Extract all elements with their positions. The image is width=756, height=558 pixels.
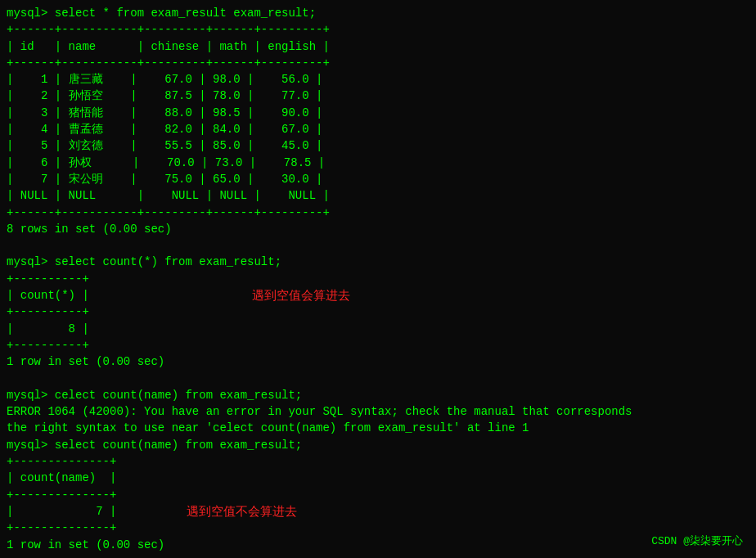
blank-1	[7, 237, 749, 254]
table-row-5: | 5 | 刘玄德 | 55.5 | 85.0 | 45.0 |	[7, 137, 749, 154]
table-border-bottom: +------+-----------+---------+------+---…	[7, 205, 749, 221]
annotation-1: 遇到空值会算进去	[252, 288, 350, 304]
query-3-error-line: mysql> celect count(name) from exam_resu…	[7, 387, 749, 403]
table-border-top: +------+-----------+---------+------+---…	[7, 21, 749, 38]
count-name-section: +--------------+ | count(name) | +------…	[7, 453, 749, 536]
watermark: CSDN @柒柒要开心	[651, 533, 743, 548]
table-row-null: | NULL | NULL | NULL | NULL | NULL |	[7, 187, 749, 204]
result-2: 1 row in set (0.00 sec)	[7, 353, 749, 370]
count-name-border-bottom: +--------------+	[7, 520, 749, 536]
count-star-border-bottom: +----------+	[7, 337, 749, 353]
table-row-7: | 7 | 宋公明 | 75.0 | 65.0 | 30.0 |	[7, 171, 749, 187]
count-star-header-row: | count(*) | 遇到空值会算进去	[7, 287, 749, 304]
table-row-4: | 4 | 曹孟德 | 82.0 | 84.0 | 67.0 |	[7, 121, 749, 137]
query-2-line: mysql> select count(*) from exam_result;	[7, 254, 749, 270]
table-row-1: | 1 | 唐三藏 | 67.0 | 98.0 | 56.0 |	[7, 71, 749, 88]
terminal: mysql> select * from exam_result exam_re…	[0, 0, 756, 558]
count-star-border-top: +----------+	[7, 271, 749, 287]
annotation-2: 遇到空值不会算进去	[187, 504, 297, 520]
table-row-3: | 3 | 猪悟能 | 88.0 | 98.5 | 90.0 |	[7, 105, 749, 121]
error-line-1: ERROR 1064 (42000): You have an error in…	[7, 403, 749, 420]
query-1-line: mysql> select * from exam_result exam_re…	[7, 5, 749, 21]
count-star-header: | count(*) |	[7, 287, 89, 304]
count-star-section: +----------+ | count(*) | 遇到空值会算进去 +----…	[7, 271, 749, 353]
result-1: 8 rows in set (0.00 sec)	[7, 221, 749, 237]
error-line-2: the right syntax to use near 'celect cou…	[7, 420, 749, 436]
query-4-line: mysql> select count(name) from exam_resu…	[7, 437, 749, 453]
count-name-header: | count(name) |	[7, 470, 749, 486]
count-name-border-top: +--------------+	[7, 453, 749, 470]
blank-2	[7, 371, 749, 387]
count-name-border-mid: +--------------+	[7, 487, 749, 503]
count-name-value: | 7 |	[7, 503, 116, 520]
table-header-border: +------+-----------+---------+------+---…	[7, 55, 749, 71]
table-row-6: | 6 | 孙权 | 70.0 | 73.0 | 78.5 |	[7, 155, 749, 171]
table-row-2: | 2 | 孙悟空 | 87.5 | 78.0 | 77.0 |	[7, 88, 749, 104]
count-star-value: | 8 |	[7, 321, 749, 337]
result-3: 1 row in set (0.00 sec)	[7, 537, 749, 553]
table-header: | id | name | chinese | math | english |	[7, 38, 749, 55]
count-star-border-mid: +----------+	[7, 304, 749, 320]
count-name-value-row: | 7 | 遇到空值不会算进去	[7, 503, 749, 520]
